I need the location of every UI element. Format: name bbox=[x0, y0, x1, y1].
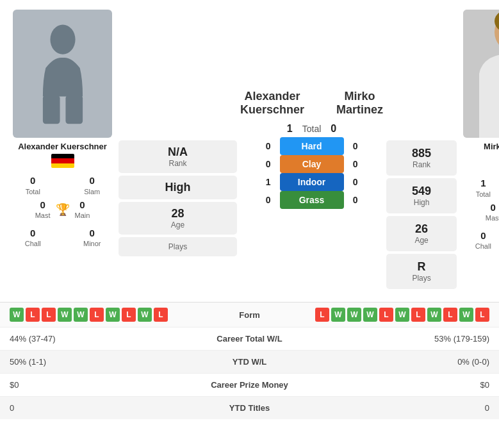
right-plays-value: R bbox=[391, 260, 452, 274]
left-slam-cell: 0 Slam bbox=[66, 174, 119, 196]
right-high-box: 549 High bbox=[386, 178, 457, 213]
table-right-val: 0% (0-0) bbox=[324, 351, 499, 374]
clay-right-score: 0 bbox=[349, 159, 362, 169]
right-rank-label: Rank bbox=[391, 160, 452, 169]
total-row: 1 Total 0 bbox=[287, 123, 336, 135]
player-right-avatar bbox=[463, 10, 499, 138]
svg-rect-2 bbox=[65, 95, 83, 124]
right-total-value: 1 bbox=[480, 177, 486, 190]
hard-right-score: 0 bbox=[349, 141, 362, 151]
left-rank-label: Rank bbox=[127, 159, 228, 168]
left-slam-value: 0 bbox=[90, 174, 95, 187]
form-center-label: Form bbox=[205, 310, 295, 320]
right-total-cell: 1 Total bbox=[457, 177, 499, 199]
table-right-val: $0 bbox=[324, 374, 499, 397]
right-age-value: 26 bbox=[391, 222, 452, 236]
left-total-cell: 0 Total bbox=[6, 174, 60, 196]
player-left-silhouette bbox=[13, 10, 112, 138]
form-badge-right: W bbox=[347, 308, 361, 322]
indoor-btn: Indoor bbox=[280, 173, 344, 191]
total-left-score: 1 bbox=[287, 123, 293, 135]
total-right-score: 0 bbox=[331, 123, 336, 135]
table-center-label: YTD Titles bbox=[175, 397, 325, 420]
court-area: AlexanderKuerschner MirkoMartinez 1 Tota… bbox=[237, 10, 386, 289]
left-age-label: Age bbox=[127, 220, 228, 229]
hard-left-score: 0 bbox=[262, 141, 275, 151]
player-left-flag bbox=[51, 154, 74, 170]
left-minor-label: Minor bbox=[83, 239, 101, 248]
right-rank-value: 885 bbox=[391, 147, 452, 160]
left-high-value: High bbox=[127, 181, 228, 194]
right-mast-cell: 0 Mast bbox=[486, 201, 499, 223]
form-badge-right: L bbox=[379, 308, 393, 322]
right-high-value: 549 bbox=[391, 185, 452, 198]
left-main-label: Main bbox=[75, 211, 90, 220]
table-row: 44% (37-47) Career Total W/L 53% (179-15… bbox=[0, 328, 499, 351]
svg-rect-1 bbox=[42, 95, 60, 124]
indoor-left-score: 1 bbox=[262, 177, 275, 187]
left-chall-label: Chall bbox=[25, 239, 41, 248]
right-rank-box: 885 Rank bbox=[386, 140, 457, 176]
right-plays-box: R Plays bbox=[386, 254, 457, 289]
table-center-label: Career Prize Money bbox=[175, 374, 325, 397]
right-age-box: 26 Age bbox=[386, 216, 457, 251]
left-slam-label: Slam bbox=[84, 187, 100, 196]
table-row: 0 YTD Titles 0 bbox=[0, 397, 499, 420]
player-right-stats-grid-2: 0 Chall 1 Minor bbox=[457, 229, 499, 251]
left-minor-value: 0 bbox=[90, 227, 95, 240]
form-badge-left: L bbox=[122, 308, 136, 322]
form-badge-right: L bbox=[411, 308, 425, 322]
left-main-cell: 0 Main bbox=[75, 199, 90, 220]
right-mast-label: Mast bbox=[486, 213, 499, 222]
left-total-label: Total bbox=[26, 187, 40, 196]
player-left: Alexander Kuerschner 0 Total 0 Slam 0 Ma… bbox=[6, 10, 119, 289]
right-total-label: Total bbox=[476, 190, 491, 199]
middle-panel: N/A Rank High 28 Age Plays bbox=[119, 10, 237, 289]
player-left-name: Alexander Kuerschner bbox=[18, 142, 107, 151]
form-badge-left: L bbox=[90, 308, 104, 322]
left-chall-cell: 0 Chall bbox=[6, 227, 60, 249]
stats-table: 44% (37-47) Career Total W/L 53% (179-15… bbox=[0, 328, 499, 419]
form-badge-right: W bbox=[427, 308, 441, 322]
middle-high-box: High bbox=[119, 176, 237, 199]
table-left-val: 44% (37-47) bbox=[0, 328, 175, 351]
left-trophy-row: 0 Mast 🏆 0 Main bbox=[35, 199, 90, 220]
right-trophy-row: 0 Mast 🏆 0 Main bbox=[486, 201, 499, 223]
table-left-val: 50% (1-1) bbox=[0, 351, 175, 374]
form-badge-left: W bbox=[10, 308, 24, 322]
left-main-value: 0 bbox=[79, 199, 85, 212]
player-right-name: Mirko Martinez bbox=[484, 142, 499, 151]
table-left-val: 0 bbox=[0, 397, 175, 420]
left-chall-value: 0 bbox=[30, 227, 35, 240]
clay-left-score: 0 bbox=[262, 159, 275, 169]
right-mast-value: 0 bbox=[490, 201, 495, 214]
form-left: WLLWWLWLWL bbox=[10, 308, 205, 322]
form-right: LWWWLWLWLWL bbox=[295, 308, 490, 322]
right-high-label: High bbox=[391, 198, 452, 207]
left-age-value: 28 bbox=[127, 207, 228, 220]
hard-btn: Hard bbox=[280, 137, 344, 155]
form-row: WLLWWLWLWL Form LWWWLWLWLWL bbox=[0, 303, 499, 328]
svg-point-0 bbox=[50, 25, 75, 54]
right-spacer bbox=[386, 10, 457, 138]
form-badge-right: L bbox=[443, 308, 457, 322]
form-badge-right: W bbox=[363, 308, 377, 322]
form-badge-left: W bbox=[106, 308, 120, 322]
form-badge-right: L bbox=[475, 308, 489, 322]
left-mast-label: Mast bbox=[35, 211, 51, 220]
player-names-row: AlexanderKuerschner MirkoMartinez bbox=[240, 90, 383, 117]
top-section: Alexander Kuerschner 0 Total 0 Slam 0 Ma… bbox=[0, 0, 499, 299]
left-rank-value: N/A bbox=[127, 145, 228, 159]
form-badge-right: L bbox=[315, 308, 329, 322]
left-plays-label: Plays bbox=[127, 242, 228, 251]
right-stats-panel: 885 Rank 549 High 26 Age R Plays bbox=[386, 10, 457, 289]
player-left-stats-grid-2: 0 Chall 0 Minor bbox=[6, 227, 119, 249]
left-minor-cell: 0 Minor bbox=[66, 227, 119, 249]
form-badge-left: W bbox=[58, 308, 72, 322]
indoor-right-score: 0 bbox=[349, 177, 362, 187]
left-player-name-top: AlexanderKuerschner bbox=[240, 90, 304, 117]
grass-left-score: 0 bbox=[262, 195, 275, 205]
table-row: 50% (1-1) YTD W/L 0% (0-0) bbox=[0, 351, 499, 374]
silhouette-svg bbox=[34, 22, 92, 125]
court-row-hard: 0 Hard 0 bbox=[240, 137, 383, 155]
